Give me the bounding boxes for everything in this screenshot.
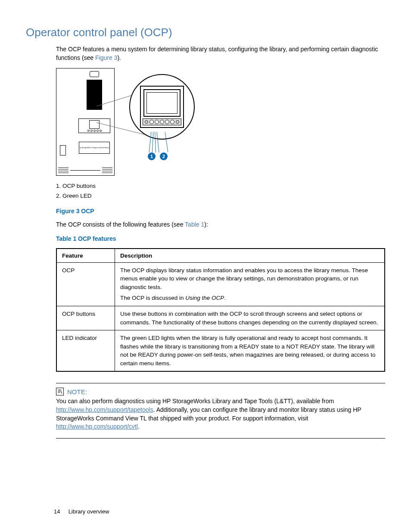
callout-2: 2: [160, 152, 168, 160]
section-name: Library overview: [68, 508, 109, 515]
page-footer: 14 Library overview: [54, 508, 109, 515]
table-1-link[interactable]: Table 1: [185, 221, 204, 228]
note-icon: [56, 388, 64, 395]
figure-ocp-diagram: hp StorageWorks enterprise systems libra…: [56, 68, 194, 176]
intro-paragraph: The OCP features a menu system for deter…: [56, 45, 385, 62]
consists-text-2: ):: [204, 221, 208, 228]
note-t3: .: [138, 423, 140, 430]
legend-item-2: 2. Green LED: [56, 193, 385, 199]
zoom-circle: [129, 74, 195, 140]
desc-ital: Using the OCP: [185, 295, 224, 301]
tapetools-link[interactable]: http://www.hp.com/support/tapetools: [56, 406, 153, 413]
cell-feature: OCP buttons: [56, 306, 115, 330]
figure-3-link[interactable]: Figure 3: [95, 54, 117, 61]
vent-icon: [58, 165, 112, 175]
consists-paragraph: The OCP consists of the following featur…: [56, 221, 385, 229]
desc-text: The OCP is discussed in: [120, 295, 185, 301]
table-header-feature: Feature: [56, 249, 115, 263]
table-caption: Table 1 OCP features: [56, 235, 385, 242]
note-text: You can also perform diagnostics using H…: [56, 397, 385, 431]
table-row: LED indicator The green LED lights when …: [56, 330, 385, 372]
consists-text-1: The OCP consists of the following featur…: [56, 221, 185, 228]
ocp-buttons-icon: [149, 120, 174, 124]
figure-legend: 1. OCP buttons 2. Green LED: [56, 183, 385, 199]
page-number: 14: [54, 508, 67, 515]
legend-item-1: 1. OCP buttons: [56, 183, 385, 189]
cell-description: The OCP displays library status informat…: [115, 262, 385, 306]
callout-1: 1: [148, 152, 156, 160]
ocp-features-table: Feature Description OCP The OCP displays…: [56, 248, 385, 372]
small-button-icon: [145, 120, 148, 124]
figure-caption: Figure 3 OCP: [56, 208, 385, 215]
cabinet-label: hp StorageWorks enterprise systems libra…: [79, 142, 110, 154]
ocp-large-illustration: [140, 86, 184, 128]
table-header-description: Description: [115, 249, 385, 263]
cvtl-link[interactable]: http://www.hp.com/support/cvtl: [56, 423, 138, 430]
cell-feature: LED indicator: [56, 330, 115, 372]
cabinet-illustration: hp StorageWorks enterprise systems libra…: [56, 68, 115, 176]
led-icon: [176, 120, 179, 124]
note-block: NOTE: You can also perform diagnostics u…: [56, 383, 385, 438]
desc-text: The OCP displays library status informat…: [120, 266, 379, 292]
slot-icon: [60, 145, 66, 156]
page-heading: Operator control panel (OCP): [26, 26, 385, 39]
note-label: NOTE:: [67, 388, 87, 395]
cell-description: Use these buttons in combination with th…: [115, 306, 385, 330]
cell-feature: OCP: [56, 262, 115, 306]
ocp-small-icon: [78, 118, 110, 133]
cell-description: The green LED lights when the library is…: [115, 330, 385, 372]
intro-text-2: ).: [117, 54, 121, 61]
table-row: OCP The OCP displays library status info…: [56, 262, 385, 306]
desc-text: .: [224, 295, 226, 301]
power-icon: [90, 71, 99, 77]
table-row: OCP buttons Use these buttons in combina…: [56, 306, 385, 330]
note-t1: You can also perform diagnostics using H…: [56, 398, 334, 404]
ocp-screen-icon: [143, 89, 181, 117]
